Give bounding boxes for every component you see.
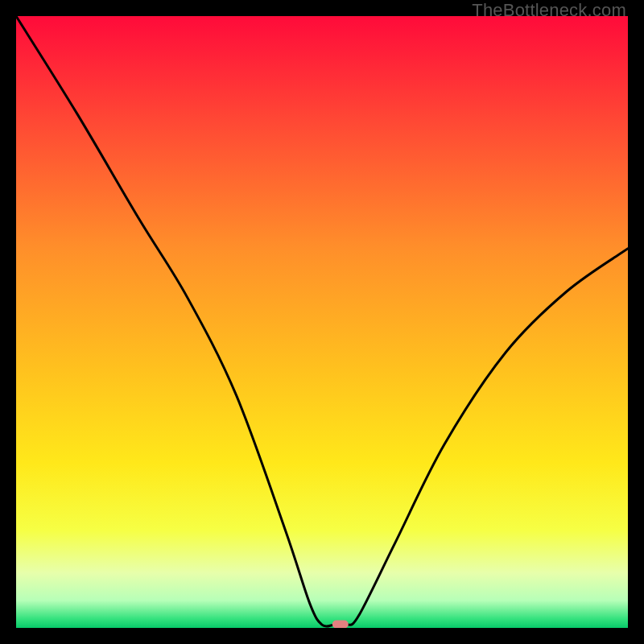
chart-canvas: TheBottleneck.com (0, 0, 644, 644)
optimum-marker (332, 620, 349, 628)
watermark-text: TheBottleneck.com (472, 0, 626, 21)
chart-svg (16, 16, 628, 628)
chart-background (16, 16, 628, 628)
plot-area (16, 16, 628, 628)
